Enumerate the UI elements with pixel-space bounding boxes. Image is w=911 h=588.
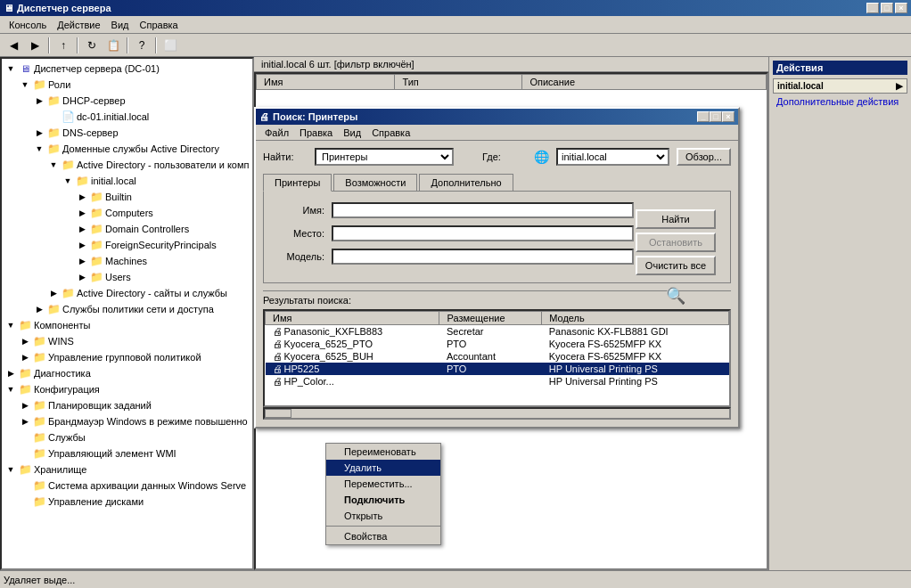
menu-console[interactable]: Консоль [4, 18, 52, 32]
tree-item-users[interactable]: ▶ 📁 Users [4, 269, 250, 285]
expand-fsp[interactable]: ▶ [75, 238, 89, 252]
actions-expand-icon[interactable]: ▶ [896, 81, 903, 91]
menu-view[interactable]: Вид [106, 18, 135, 32]
close-button[interactable]: × [895, 3, 907, 13]
results-row[interactable]: 🖨HP5225PTOHP Universal Printing PS [266, 363, 729, 375]
results-table-container[interactable]: Имя Размещение Модель 🖨Panasonic_KXFLB88… [263, 309, 731, 407]
expand-roles[interactable]: ▼ [18, 78, 32, 92]
expand-dhcp[interactable]: ▶ [32, 94, 46, 108]
tree-item-roles[interactable]: ▼ 📁 Роли [4, 77, 250, 93]
maximize-button[interactable]: □ [881, 3, 893, 13]
tree-item-storage[interactable]: ▼ 📁 Хранилище [4, 461, 250, 478]
tree-item-config[interactable]: ▼ 📁 Конфигурация [4, 381, 250, 397]
tree-item-aduc[interactable]: ▼ 📁 Active Directory - пользователи и ко… [4, 157, 250, 173]
back-button[interactable]: ◀ [4, 37, 23, 54]
expand-wbadmin[interactable] [18, 478, 32, 493]
help-button[interactable]: ? [132, 37, 152, 54]
browse-button[interactable]: Обзор... [677, 148, 731, 166]
tree-item-fsp[interactable]: ▶ 📁 ForeignSecurityPrincipals [4, 237, 250, 253]
expand-gpo[interactable]: ▶ [18, 350, 32, 364]
expand-wmi[interactable] [18, 446, 32, 461]
expand-sched[interactable]: ▶ [18, 398, 32, 412]
ctx-open[interactable]: Открыть [326, 508, 440, 524]
tree-item-adsites[interactable]: ▶ 📁 Active Directory - сайты и службы [4, 285, 250, 301]
dialog-menu-edit[interactable]: Правка [294, 126, 338, 140]
expand-storage[interactable]: ▼ [4, 462, 18, 477]
results-col-name[interactable]: Имя [266, 312, 439, 325]
tree-item-wmi[interactable]: 📁 Управляющий элемент WMI [4, 445, 250, 461]
expand-wins[interactable]: ▶ [18, 334, 32, 348]
expand-adds[interactable]: ▼ [32, 142, 46, 156]
tree-item-machines[interactable]: ▶ 📁 Machines [4, 253, 250, 269]
col-type[interactable]: Тип [395, 75, 522, 90]
expand-root[interactable]: ▼ [4, 61, 18, 76]
expand-config[interactable]: ▼ [4, 382, 18, 396]
tree-item-gpol[interactable]: ▶ 📁 Службы политики сети и доступа [4, 301, 250, 317]
more-actions-link[interactable]: Дополнительные действия [773, 95, 907, 108]
tree-item-root[interactable]: ▼ 🖥 Диспетчер сервера (DC-01) [4, 61, 250, 77]
expand-gpol[interactable]: ▶ [32, 302, 46, 316]
tree-item-wbadmin[interactable]: 📁 Система архивации данных Windows Serve [4, 478, 250, 494]
where-dropdown[interactable]: initial.local [556, 148, 669, 166]
expand-builtin[interactable]: ▶ [75, 190, 89, 204]
results-scrollbar[interactable] [263, 407, 731, 420]
col-name[interactable]: Имя [257, 75, 395, 90]
tab-printers[interactable]: Принтеры [263, 174, 332, 192]
tree-item-initial[interactable]: ▼ 📁 initial.local [4, 173, 250, 189]
tree-item-gpo[interactable]: ▶ 📁 Управление групповой политикой [4, 349, 250, 365]
scrollbar-thumb[interactable] [265, 409, 291, 418]
expand-adsites[interactable]: ▶ [46, 286, 61, 300]
tree-item-fw[interactable]: ▶ 📁 Брандмауэр Windows в режиме повышенн… [4, 413, 250, 429]
menu-help[interactable]: Справка [135, 18, 184, 32]
up-button[interactable]: ↑ [53, 37, 73, 54]
tree-item-dc[interactable]: ▶ 📁 Domain Controllers [4, 221, 250, 237]
tree-item-dc01[interactable]: 📄 dc-01.initial.local [4, 109, 250, 125]
export-button[interactable]: 📋 [103, 37, 123, 54]
dialog-minimize[interactable]: _ [697, 111, 710, 122]
tree-item-diag[interactable]: ▶ 📁 Диагностика [4, 365, 250, 381]
expand-svc[interactable] [18, 430, 32, 445]
dialog-maximize[interactable]: □ [710, 111, 722, 122]
ctx-move[interactable]: Переместить... [326, 476, 440, 492]
expand-machines[interactable]: ▶ [75, 254, 89, 268]
menu-action[interactable]: Действие [52, 18, 105, 32]
results-col-location[interactable]: Размещение [439, 312, 542, 325]
expand-dc[interactable]: ▶ [75, 222, 89, 236]
ctx-properties[interactable]: Свойства [326, 528, 440, 544]
find-button[interactable]: Найти [636, 209, 716, 229]
tab-advanced[interactable]: Дополнительно [419, 174, 513, 192]
field-input-model[interactable] [332, 249, 634, 265]
field-input-location[interactable] [332, 225, 634, 241]
expand-fw[interactable]: ▶ [18, 414, 32, 429]
tree-item-wins[interactable]: ▶ 📁 WINS [4, 333, 250, 349]
expand-dc01[interactable] [46, 110, 61, 124]
tree-item-sched[interactable]: ▶ 📁 Планировщик заданий [4, 397, 250, 413]
stop-button[interactable]: Остановить [636, 233, 716, 252]
forward-button[interactable]: ▶ [25, 37, 45, 54]
tree-item-dns[interactable]: ▶ 📁 DNS-сервер [4, 125, 250, 141]
tree-item-components[interactable]: ▼ 📁 Компоненты [4, 317, 250, 333]
dialog-menu-help[interactable]: Справка [366, 126, 415, 140]
expand-components[interactable]: ▼ [4, 318, 18, 332]
refresh-button[interactable]: ↻ [82, 37, 102, 54]
results-col-model[interactable]: Модель [542, 312, 729, 325]
tree-item-diskman[interactable]: 📁 Управление дисками [4, 494, 250, 510]
tree-item-computers[interactable]: ▶ 📁 Computers [4, 205, 250, 221]
ctx-rename[interactable]: Переименовать [326, 444, 440, 460]
expand-computers[interactable]: ▶ [75, 206, 89, 220]
field-input-name[interactable] [332, 202, 634, 218]
results-row[interactable]: 🖨Kyocera_6525_BUHAccountantKyocera FS-65… [266, 350, 729, 363]
expand-aduc[interactable]: ▼ [46, 158, 61, 172]
col-desc[interactable]: Описание [522, 75, 767, 90]
ctx-connect[interactable]: Подключить [326, 492, 440, 508]
tree-item-adds[interactable]: ▼ 📁 Доменные службы Active Directory [4, 141, 250, 157]
tab-features[interactable]: Возможности [333, 174, 417, 192]
tree-item-dhcp[interactable]: ▶ 📁 DHCP-сервер [4, 93, 250, 109]
minimize-button[interactable]: _ [866, 3, 879, 13]
tree-item-svc[interactable]: 📁 Службы [4, 429, 250, 445]
expand-diag[interactable]: ▶ [4, 366, 18, 380]
expand-initial[interactable]: ▼ [61, 174, 75, 188]
find-dropdown[interactable]: Принтеры [315, 148, 454, 166]
clear-button[interactable]: Очистить все [636, 256, 716, 275]
tree-item-builtin[interactable]: ▶ 📁 Builtin [4, 189, 250, 205]
